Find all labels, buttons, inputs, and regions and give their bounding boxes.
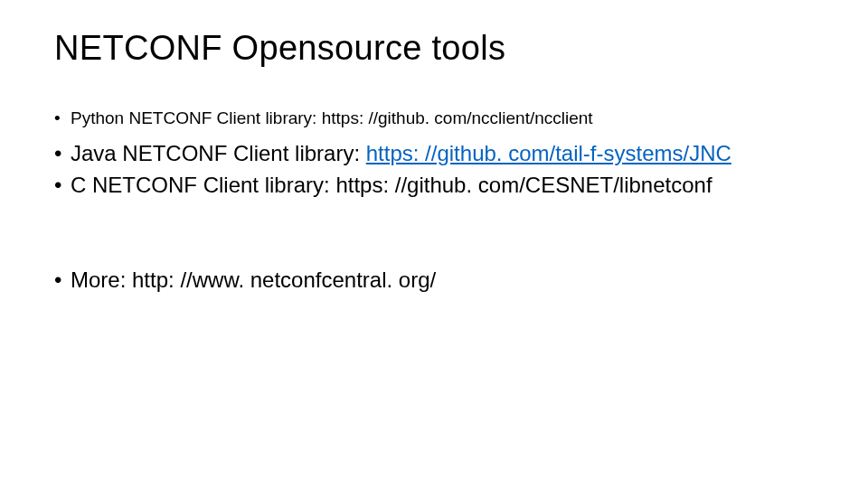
bullet-item-c: C NETCONF Client library: https: //githu…: [54, 171, 814, 199]
bullet-label: Java NETCONF Client library:: [71, 141, 366, 165]
bullet-label: Python NETCONF Client library:: [71, 108, 322, 127]
bullet-label: C NETCONF Client library:: [71, 173, 335, 197]
bullet-item-more: More: http: //www. netconfcentral. org/: [54, 266, 814, 294]
bullet-item-python: Python NETCONF Client library: https: //…: [54, 108, 814, 130]
bullet-url: http: //www. netconfcentral. org/: [132, 267, 436, 292]
slide-title: NETCONF Opensource tools: [54, 29, 814, 68]
bullet-url: https: //github. com/ncclient/ncclient: [322, 108, 593, 127]
bullet-url: https: //github. com/CESNET/libnetconf: [335, 173, 712, 197]
bullet-label: More:: [71, 267, 132, 292]
bullet-item-java: Java NETCONF Client library: https: //gi…: [54, 139, 814, 167]
bullet-list: Python NETCONF Client library: https: //…: [54, 108, 814, 294]
java-jnc-link[interactable]: https: //github. com/tail-f-systems/JNC: [366, 141, 731, 165]
